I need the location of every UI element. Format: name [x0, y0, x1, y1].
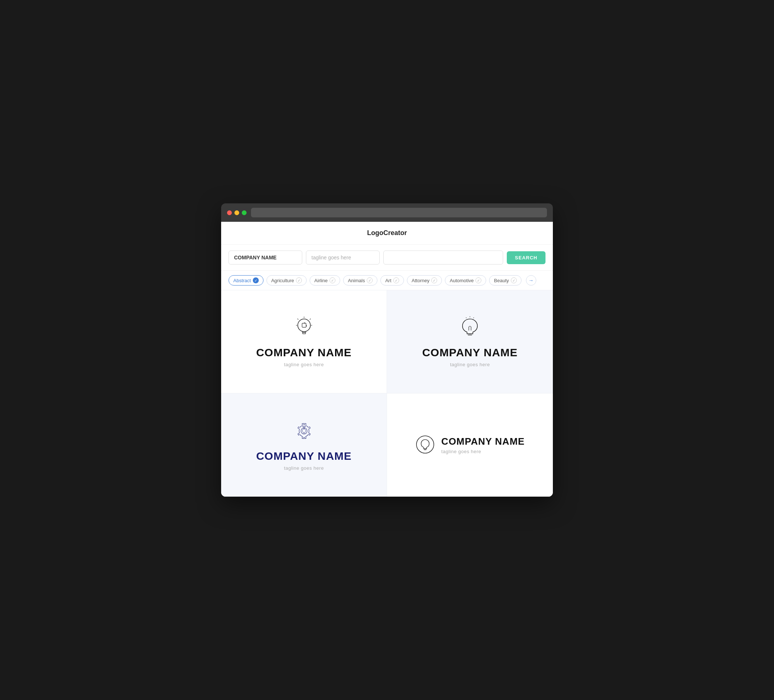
logo-card-4[interactable]: COMPANY NAME tagline goes here: [387, 393, 553, 497]
svg-line-12: [473, 318, 474, 318]
logo-card-4-inner: COMPANY NAME tagline goes here: [415, 434, 524, 456]
svg-line-5: [309, 319, 310, 319]
logo-1-tagline: tagline goes here: [284, 362, 324, 367]
maximize-button[interactable]: [242, 210, 246, 215]
logo-3-tagline: tagline goes here: [284, 465, 324, 471]
search-bar: SEARCH: [221, 244, 553, 271]
svg-point-0: [298, 319, 310, 332]
logo-card-2[interactable]: COMPANY NAME tagline goes here: [387, 290, 553, 393]
check-icon-beauty: ✓: [511, 277, 517, 283]
bulb-circle-icon: [415, 434, 435, 456]
gear-wifi-icon: [291, 419, 317, 447]
logo-3-company-name: COMPANY NAME: [256, 450, 352, 462]
check-icon-agriculture: ✓: [296, 277, 302, 283]
filter-label-agriculture: Agriculture: [271, 278, 294, 283]
check-icon-art: ✓: [393, 277, 399, 283]
svg-point-16: [417, 436, 434, 453]
check-icon-automotive: ✓: [475, 277, 481, 283]
svg-line-13: [466, 318, 466, 318]
check-icon-attorney: ✓: [431, 277, 437, 283]
filter-chip-automotive[interactable]: Automotive ✓: [445, 275, 486, 286]
svg-rect-3: [303, 333, 306, 334]
check-icon-airline: ✓: [329, 277, 336, 283]
browser-toolbar: [221, 203, 553, 222]
filter-chip-animals[interactable]: Animals ✓: [343, 275, 377, 286]
logo-4-tagline: tagline goes here: [441, 449, 524, 454]
bulb-puzzle-icon: [291, 316, 317, 343]
filter-label-art: Art: [385, 278, 392, 283]
minimize-button[interactable]: [235, 210, 239, 215]
address-bar: [251, 208, 547, 217]
svg-rect-1: [302, 323, 306, 327]
next-arrow-icon: →: [529, 277, 534, 283]
traffic-lights: [227, 210, 246, 215]
tagline-input[interactable]: [306, 251, 380, 264]
filter-label-beauty: Beauty: [494, 278, 509, 283]
close-button[interactable]: [227, 210, 232, 215]
bulb-simple-icon: [457, 316, 483, 343]
filter-next-button[interactable]: →: [526, 275, 536, 286]
filter-chip-art[interactable]: Art ✓: [380, 275, 404, 286]
filter-label-automotive: Automotive: [450, 278, 474, 283]
color-input[interactable]: [383, 251, 503, 264]
logo-2-company-name: COMPANY NAME: [422, 346, 518, 359]
logo-card-3-inner: COMPANY NAME tagline goes here: [256, 419, 352, 471]
filter-chip-beauty[interactable]: Beauty ✓: [489, 275, 521, 286]
logo-card-1-inner: COMPANY NAME tagline goes here: [256, 316, 352, 367]
filter-chip-airline[interactable]: Airline ✓: [309, 275, 340, 286]
logo-4-company-name: COMPANY NAME: [441, 436, 524, 447]
category-filters: Abstract ✓ Agriculture ✓ Airline ✓ Anima…: [221, 271, 553, 290]
filter-chip-abstract[interactable]: Abstract ✓: [228, 275, 263, 286]
filter-label-abstract: Abstract: [233, 278, 251, 283]
filter-chip-attorney[interactable]: Attorney ✓: [407, 275, 442, 286]
svg-line-6: [298, 319, 298, 319]
company-name-input[interactable]: [228, 251, 302, 264]
logo-card-3[interactable]: COMPANY NAME tagline goes here: [221, 393, 387, 497]
app-title: LogoCreator: [367, 229, 407, 236]
filter-label-airline: Airline: [314, 278, 327, 283]
logo-2-tagline: tagline goes here: [450, 362, 490, 367]
filter-label-attorney: Attorney: [412, 278, 429, 283]
app-header: LogoCreator: [221, 222, 553, 244]
search-button[interactable]: SEARCH: [507, 251, 546, 264]
filter-chip-agriculture[interactable]: Agriculture ✓: [266, 275, 307, 286]
logo-grid: COMPANY NAME tagline goes here: [221, 290, 553, 497]
check-icon-animals: ✓: [367, 277, 373, 283]
app-content: LogoCreator SEARCH Abstract ✓ Agricultur…: [221, 222, 553, 497]
logo-1-company-name: COMPANY NAME: [256, 346, 352, 359]
logo-card-1[interactable]: COMPANY NAME tagline goes here: [221, 290, 387, 393]
check-icon-abstract: ✓: [253, 277, 259, 283]
svg-point-15: [303, 428, 304, 428]
logo-4-text-group: COMPANY NAME tagline goes here: [441, 436, 524, 454]
logo-card-2-inner: COMPANY NAME tagline goes here: [422, 316, 518, 367]
filter-label-animals: Animals: [348, 278, 365, 283]
browser-window: LogoCreator SEARCH Abstract ✓ Agricultur…: [221, 203, 553, 497]
